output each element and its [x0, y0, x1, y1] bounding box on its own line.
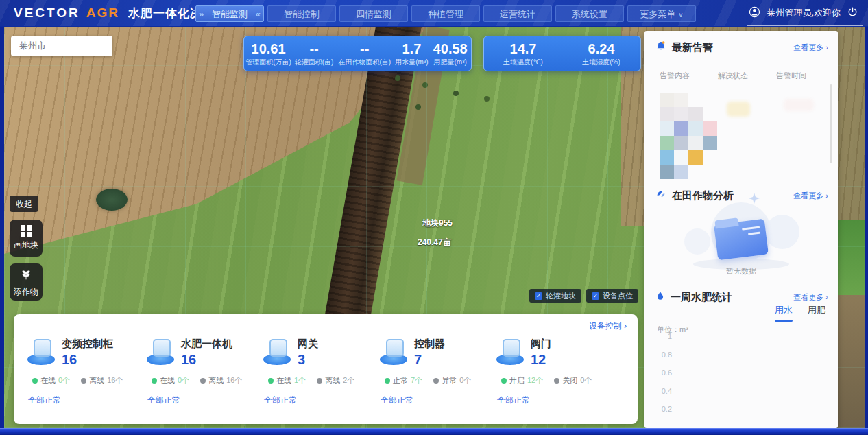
status-dot-green — [152, 378, 157, 384]
user-avatar-icon — [749, 6, 760, 21]
nav-user-underline — [747, 25, 863, 26]
device-summary-panel: 设备控制 › 变频控制柜 16 在线0个 离线16个 全部正常 水肥一体机 16… — [14, 314, 638, 424]
status-online: 在线0个 — [152, 375, 189, 386]
status-offline: 离线16个 — [200, 375, 242, 386]
logo-vector: VECTOR — [14, 5, 80, 21]
device-icon — [378, 338, 409, 366]
wheat-icon — [19, 267, 33, 283]
tab-water-usage[interactable]: 用水 — [775, 304, 793, 316]
region-search-input[interactable] — [11, 36, 112, 56]
draw-plot-button[interactable]: 画地块 — [10, 220, 43, 257]
alerts-section-header: 最新告警 查看更多 › — [655, 40, 828, 54]
chart-ytick: 0.6 — [654, 368, 672, 377]
status-dot-gray — [200, 378, 206, 384]
bell-icon — [655, 40, 666, 54]
water-drop-icon — [655, 290, 665, 304]
device-icon — [262, 338, 292, 366]
user-area: 莱州管理员,欢迎你 — [749, 0, 858, 26]
empty-state-illustration — [644, 196, 838, 271]
status-abnormal: 异常0个 — [433, 375, 471, 386]
stats-group-soil: 14.7 土壤温度(℃) 6.24 土壤湿度(%) — [483, 36, 641, 71]
tab-conditions-monitoring[interactable]: 四情监测 — [339, 5, 408, 22]
status-offline: 离线2个 — [317, 375, 354, 386]
chart-ytick: 0.4 — [654, 387, 672, 395]
active-tab-right-deco: « — [256, 6, 261, 23]
no-data-text: 暂无数据 — [644, 266, 838, 277]
chart-ytick: 0.2 — [654, 405, 672, 413]
alerts-table-header: 告警内容 解决状态 告警时间 — [660, 71, 806, 81]
status-dot-green — [501, 378, 507, 384]
status-normal: 正常7个 — [385, 375, 422, 386]
plot-area-label: 240.47亩 — [418, 237, 451, 248]
tab-more-menu[interactable]: 更多菜单∨ — [627, 5, 696, 22]
device-group-vfd-cabinet: 变频控制柜 16 在线0个 离线16个 全部正常 — [26, 338, 144, 406]
stat-managed-area: 10.61 管理面积(万亩) — [244, 36, 293, 71]
alert-redacted-blob — [784, 99, 814, 111]
chevron-down-icon: ∨ — [678, 11, 683, 19]
page-frame-bottom — [0, 428, 868, 435]
alerts-more-link[interactable]: 查看更多 › — [793, 43, 828, 53]
all-normal-link[interactable]: 全部正常 — [147, 395, 263, 406]
status-dot-gray — [81, 378, 86, 384]
device-icon — [495, 338, 525, 366]
all-normal-link[interactable]: 全部正常 — [28, 395, 144, 406]
page-frame-left — [0, 27, 4, 428]
alert-redacted-blob — [727, 102, 750, 117]
stat-rotation-area: -- 轮灌面积(亩) — [293, 36, 335, 71]
alert-content-redacted-mosaic — [660, 93, 717, 179]
weekly-more-link[interactable]: 查看更多 › — [793, 292, 828, 303]
device-group-fertigation-machine: 水肥一体机 16 在线0个 离线16个 全部正常 — [145, 338, 263, 406]
app-root: VECTOR AGR 水肥一体化决策系统 ›› » 智能监测 « 智能控制 四情… — [0, 0, 868, 435]
stats-group-areas: 10.61 管理面积(万亩) -- 轮灌面积(亩) -- 在田作物面积(亩) 1… — [243, 36, 472, 71]
add-crop-button[interactable]: 添作物 — [10, 263, 43, 301]
all-normal-link[interactable]: 全部正常 — [264, 395, 380, 406]
stat-soil-moisture: 6.24 土壤湿度(%) — [562, 36, 640, 71]
chart-ytick: 0.8 — [654, 351, 672, 359]
cloud-shape — [765, 215, 799, 249]
tab-fertilizer-usage[interactable]: 用肥 — [808, 304, 825, 316]
tab-operation-statistics[interactable]: 运营统计 — [483, 5, 552, 22]
tab-planting-management[interactable]: 种植管理 — [411, 5, 480, 22]
toggle-rotation-plots[interactable]: ✓ 轮灌地块 — [529, 289, 581, 303]
region-search-box — [11, 36, 112, 56]
chart-ytick: 1 — [654, 332, 672, 340]
power-icon[interactable] — [847, 6, 858, 21]
device-icon — [145, 338, 176, 366]
stat-water-usage: 1.7 用水量(m³) — [394, 36, 429, 71]
stat-crop-area: -- 在田作物面积(亩) — [335, 36, 394, 71]
collapse-button[interactable]: 收起 — [10, 196, 38, 212]
all-normal-link[interactable]: 全部正常 — [497, 395, 613, 406]
nav-tabs: » 智能监测 « 智能控制 四情监测 种植管理 运营统计 系统设置 更多菜单∨ — [195, 5, 696, 22]
page-frame-right — [865, 27, 868, 428]
tab-intelligent-monitoring[interactable]: » 智能监测 « — [195, 5, 264, 22]
status-dot-gray — [554, 378, 559, 384]
folder-illustration — [714, 219, 769, 261]
chevron-right-icon: › — [825, 293, 828, 301]
status-dot-gray — [317, 378, 322, 384]
device-control-link[interactable]: 设备控制 › — [589, 320, 627, 332]
device-group-valve: 阀门 12 开启12个 关闭0个 全部正常 — [495, 338, 613, 406]
device-icon — [26, 338, 56, 366]
status-online: 在线1个 — [268, 375, 306, 386]
plot-name-label: 地块955 — [422, 217, 453, 229]
device-group-gateway: 网关 3 在线1个 离线2个 全部正常 — [262, 338, 380, 406]
user-greeting: 莱州管理员,欢迎你 — [767, 7, 841, 19]
right-sidebar: 最新告警 查看更多 › 告警内容 解决状态 告警时间 在田作物分析 查看更多 › — [644, 31, 838, 428]
cloud-shape — [684, 228, 710, 255]
status-dot-green — [32, 378, 38, 384]
chevron-right-icon: › — [825, 43, 828, 51]
stat-soil-temperature: 14.7 土壤温度(℃) — [484, 36, 562, 71]
checkbox-checked-icon: ✓ — [592, 292, 599, 300]
toggle-device-points[interactable]: ✓ 设备点位 — [586, 289, 638, 303]
checkbox-checked-icon: ✓ — [535, 292, 542, 300]
logo-agr: AGR — [86, 5, 119, 21]
status-dot-green — [385, 378, 390, 384]
status-online: 在线0个 — [32, 375, 70, 386]
alerts-scrollbar[interactable] — [830, 84, 832, 163]
star-icon — [749, 193, 760, 207]
status-dot-green — [268, 378, 274, 384]
tab-system-settings[interactable]: 系统设置 — [555, 5, 624, 22]
tab-intelligent-control[interactable]: 智能控制 — [267, 5, 336, 22]
status-open: 开启12个 — [501, 375, 543, 386]
all-normal-link[interactable]: 全部正常 — [381, 395, 496, 406]
